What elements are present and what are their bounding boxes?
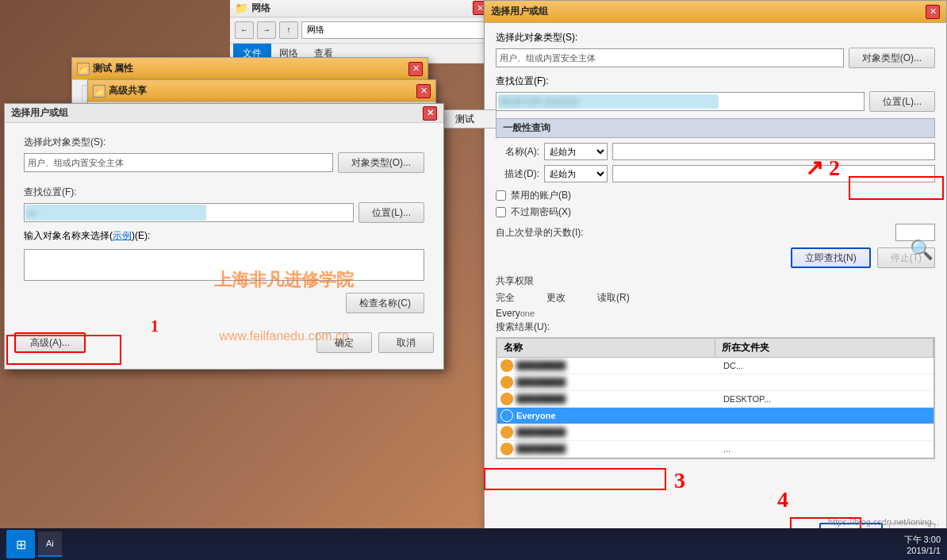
result-row-1[interactable]: ████████ DC... <box>497 358 934 374</box>
gaoji-close-btn[interactable]: ✕ <box>416 84 431 98</box>
result-icon-5 <box>500 426 513 439</box>
search-results-body[interactable]: ████████ DC... ████████ ████████ DESKTOP… <box>497 358 934 458</box>
everyone-label: Every <box>496 308 520 319</box>
general-query-section: 一般性查询 <box>496 118 935 138</box>
nav-path: 网络 <box>307 24 324 36</box>
disabled-accounts-row: 禁用的账户(B) <box>496 187 935 204</box>
left-advanced-btn[interactable]: 高级(A)... <box>14 332 86 353</box>
search-now-btn[interactable]: 立即查找(N) <box>791 247 871 268</box>
left-name-textarea[interactable] <box>24 249 424 281</box>
no-expire-pwd-row: 不过期密码(X) <box>496 204 935 221</box>
left-bottom-btns: 高级(A)... 确定 取消 <box>5 326 443 359</box>
ceshi-close-btn[interactable]: ✕ <box>408 62 423 76</box>
right-location-btn[interactable]: 位置(L)... <box>869 91 935 112</box>
select-user-left-title: 选择用户或组 ✕ <box>5 104 443 123</box>
result-folder-1: DC... <box>723 361 930 370</box>
right-location-label: 查找位置(F): <box>496 75 935 88</box>
taskbar: ⊞ Ai 下午 3:00 2019/1/1 <box>0 528 947 560</box>
desc-label: 描述(D): <box>496 167 539 181</box>
ceshi-title: 📁 测试 属性 <box>77 62 133 75</box>
ceshi-title-bar: 📁 测试 属性 ✕ <box>72 58 427 80</box>
start-button[interactable]: ⊞ <box>6 530 35 558</box>
ceshi-title-icon: 📁 <box>77 63 90 75</box>
desc-input[interactable] <box>612 165 935 182</box>
complete-label: 完全 <box>496 291 515 305</box>
col-name-header: 名称 <box>497 339 715 357</box>
clock-date: 2019/1/1 <box>904 546 941 555</box>
left-location-input: — <box>24 203 354 222</box>
desktop: 上海非凡进修学院 www.feilfanedu.com.cn 📁 网络 ✕ ← … <box>0 0 947 560</box>
gaoji-title-bar: 📁 高级共享 ✕ <box>88 80 435 102</box>
name-input[interactable] <box>612 143 935 160</box>
no-expire-pwd-check[interactable] <box>496 207 506 217</box>
search-results-table: 名称 所在文件夹 ████████ DC... ████████ <box>496 337 935 459</box>
clock-time: 下午 3:00 <box>904 534 941 546</box>
result-icon-2 <box>500 376 513 389</box>
select-user-left-body: 选择此对象类型(S): 用户、组或内置安全主体 对象类型(O)... 查找位置(… <box>5 123 443 326</box>
search-icon: 🔍 <box>910 239 934 261</box>
left-location-label: 查找位置(F): <box>14 179 434 202</box>
left-cancel-btn[interactable]: 取消 <box>378 332 434 353</box>
start-icon: ⊞ <box>16 537 26 552</box>
ceshi-title-text: 测试 属性 <box>93 62 133 75</box>
taskbar-item-ai[interactable]: Ai <box>38 531 62 557</box>
nav-forward-btn[interactable]: → <box>257 21 276 39</box>
desc-form-row: 描述(D): 起始为 <box>496 165 935 182</box>
search-results-label: 搜索结果(U): <box>496 320 935 334</box>
disabled-accounts-check[interactable] <box>496 190 506 201</box>
mini-ceshi-label: 测试 <box>455 113 474 126</box>
shared-perm-area: 共享权限 完全 更改 读取(R) <box>496 274 935 305</box>
nav-back-btn[interactable]: ← <box>235 21 254 39</box>
shared-perm-label: 共享权限 <box>496 274 935 288</box>
left-check-names-btn[interactable]: 检查名称(C) <box>346 293 424 313</box>
left-input-label: 输入对象名称来选择(示例)(E): <box>14 229 434 243</box>
result-name-1: ████████ <box>516 361 723 370</box>
right-object-type-btn[interactable]: 对象类型(O)... <box>849 48 935 68</box>
left-location-btn[interactable]: 位置(L)... <box>358 202 424 223</box>
right-dialog-close-btn[interactable]: ✕ <box>926 5 940 19</box>
result-row-3[interactable]: ████████ DESKTOP... <box>497 391 934 408</box>
result-row-5[interactable]: ████████ <box>497 424 934 441</box>
gaoji-title-text: 高级共享 <box>109 84 147 98</box>
result-icon-3 <box>500 393 513 405</box>
desc-select[interactable]: 起始为 <box>544 165 608 182</box>
right-dialog-body: 选择此对象类型(S): 用户、组或内置安全主体 对象类型(O)... 查找位置(… <box>485 23 946 467</box>
taskbar-clock: 下午 3:00 2019/1/1 <box>904 534 941 555</box>
name-select[interactable]: 起始为 <box>544 143 608 160</box>
shared-perm-sub-labels: 完全 更改 读取(R) <box>496 291 935 305</box>
result-name-everyone: Everyone <box>516 411 723 420</box>
dialog-select-user-right: 选择用户或组 ✕ 选择此对象类型(S): 用户、组或内置安全主体 对象类型(O)… <box>484 0 947 560</box>
result-row-6[interactable]: ████████ ... <box>497 441 934 458</box>
col-folder-header: 所在文件夹 <box>715 339 934 357</box>
nav-up-btn[interactable]: ↑ <box>279 21 298 39</box>
right-object-type-input: 用户、组或内置安全主体 <box>496 48 844 67</box>
search-results-header: 名称 所在文件夹 <box>497 338 934 358</box>
left-object-type-value: 用户、组或内置安全主体 <box>28 157 124 169</box>
right-location-input: DESKTOP-XXXXXX <box>496 92 865 111</box>
result-name-3: ████████ <box>516 394 723 404</box>
everyone-item: Everyone <box>496 308 935 319</box>
right-dialog-titlebar: 选择用户或组 ✕ <box>485 1 946 23</box>
example-link[interactable]: 示例 <box>113 230 132 241</box>
left-object-type-btn[interactable]: 对象类型(O)... <box>338 152 424 173</box>
url-bar: https://blog.csdn.net/ioning... <box>828 517 939 527</box>
explorer-folder-icon: 📁 <box>235 2 248 14</box>
left-object-type-input: 用户、组或内置安全主体 <box>24 153 333 172</box>
no-expire-pwd-label: 不过期密码(X) <box>511 205 571 219</box>
select-user-left-close-btn[interactable]: ✕ <box>423 106 437 121</box>
result-row-everyone[interactable]: Everyone <box>497 408 934 424</box>
dialog-select-user-left: 选择用户或组 ✕ 选择此对象类型(S): 用户、组或内置安全主体 对象类型(O)… <box>4 103 444 370</box>
result-folder-3: DESKTOP... <box>723 394 930 404</box>
right-dialog-title: 选择用户或组 <box>491 5 548 18</box>
taskbar-item-ai-label: Ai <box>46 539 54 548</box>
gaoji-title-icon: 📁 <box>93 85 105 98</box>
left-name-input-area <box>14 246 434 286</box>
result-name-2: ████████ <box>516 378 723 387</box>
nav-address-bar[interactable]: 网络 <box>301 21 487 39</box>
result-row-2[interactable]: ████████ <box>497 374 934 391</box>
left-ok-btn[interactable]: 确定 <box>316 332 372 353</box>
result-icon-1 <box>500 359 513 372</box>
left-check-names-row: 检查名称(C) <box>14 293 434 313</box>
result-folder-6: ... <box>723 444 930 454</box>
right-object-type-label: 选择此对象类型(S): <box>496 31 935 44</box>
